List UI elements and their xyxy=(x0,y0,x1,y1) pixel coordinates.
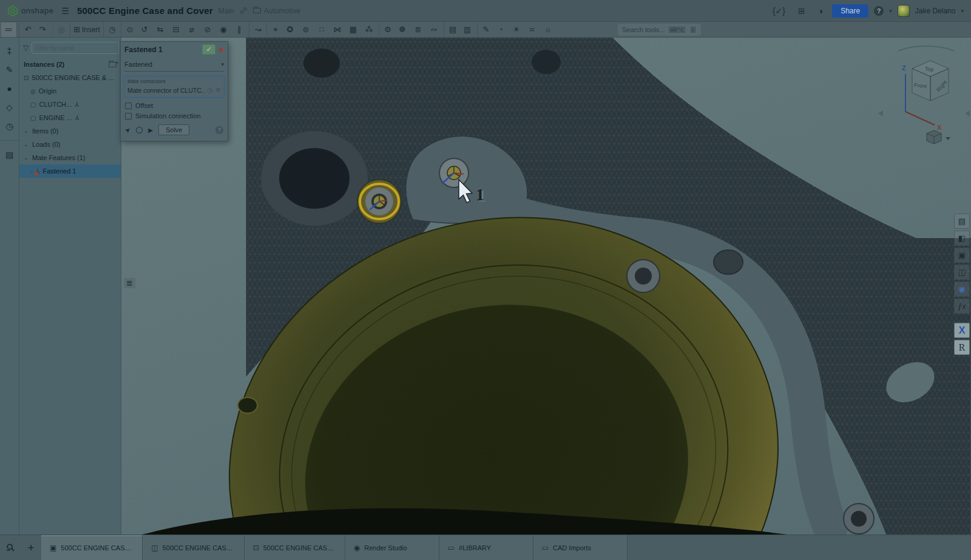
snap-mode-icon[interactable]: ↝ xyxy=(249,22,265,37)
update-icon[interactable]: ◎ xyxy=(52,22,68,37)
app-x-icon[interactable]: X xyxy=(954,323,970,338)
tree-section-loads[interactable]: ⌄ Loads (0) xyxy=(19,138,121,151)
section-view-icon[interactable]: ◫ xyxy=(954,265,970,280)
new-tab-button[interactable]: + xyxy=(21,535,41,560)
filter-icon[interactable]: ▽ xyxy=(23,44,29,52)
custom-features-icon[interactable]: ✎ xyxy=(6,65,13,75)
display-options-icon[interactable]: ◧ xyxy=(954,231,970,246)
history-icon[interactable]: ◷ xyxy=(207,86,213,94)
solve-button[interactable]: Solve xyxy=(158,124,190,135)
frame-icon[interactable]: ▥ xyxy=(459,22,475,37)
view-cube[interactable]: Top Front Right Z X xyxy=(878,46,970,144)
tree-item-engine[interactable]: ▢ ENGINE ... ⅄ xyxy=(19,111,121,124)
tree-section-mate-features[interactable]: ⌄ Mate Features (1) xyxy=(19,151,121,164)
project-breadcrumb[interactable]: Automotive xyxy=(253,7,300,15)
chevron-right-icon[interactable]: › xyxy=(30,167,33,175)
animate-icon[interactable]: ▶ xyxy=(148,127,153,133)
tree-item-clutch[interactable]: ▢ CLUTCH... ⅄ xyxy=(19,98,121,111)
relation-icon[interactable]: ☸ xyxy=(394,22,410,37)
comments-icon[interactable]: ● xyxy=(7,84,12,93)
render-quality-icon[interactable]: ◉ xyxy=(954,282,970,297)
search-tools[interactable]: Search tools... alt/⌥ c xyxy=(618,24,701,36)
mate-ball-icon[interactable]: ◉ xyxy=(215,22,231,37)
appearance-display-icon[interactable]: ☼ xyxy=(540,22,556,37)
mate-planar-icon[interactable]: ⊟ xyxy=(168,22,184,37)
mate-type-select[interactable]: Fastened ▾ xyxy=(124,57,224,72)
viewport-3d[interactable]: 1 1 Top Front Right Z X xyxy=(121,38,971,535)
featurescript-icon[interactable]: {✓} xyxy=(773,6,785,16)
named-positions-icon[interactable]: ✪ xyxy=(282,22,298,37)
redo-icon[interactable]: ↷ xyxy=(35,22,50,37)
mate-connector-display-icon[interactable]: ☀ xyxy=(509,22,524,37)
configurations-icon[interactable]: ‡ xyxy=(7,46,12,56)
assembly-features-icon[interactable]: ≔ xyxy=(1,22,17,37)
manage-tabs-icon[interactable] xyxy=(0,535,21,560)
mate-cylindrical-icon[interactable]: ⌀ xyxy=(184,22,200,37)
new-folder-icon[interactable] xyxy=(109,62,117,67)
app-r-icon[interactable]: R xyxy=(954,340,970,355)
mate-connector-marker-selected[interactable] xyxy=(357,180,401,223)
performance-icon[interactable]: ◷ xyxy=(5,121,13,131)
document-menu-icon[interactable]: ☰ xyxy=(61,6,69,16)
sketch-display-icon[interactable]: ✎ xyxy=(477,22,493,37)
tab-drawing[interactable]: ⊡ 500CC ENGINE CASE ... xyxy=(245,535,345,560)
edit-in-context-icon[interactable]: ⌖ xyxy=(266,22,282,37)
bom-panel-icon[interactable]: ▤ xyxy=(5,150,13,160)
view-options-button[interactable] xyxy=(927,130,950,144)
tab-render-studio[interactable]: ◉ Render Studio xyxy=(345,535,439,560)
exploded-view-icon[interactable]: ⁂ xyxy=(361,22,377,37)
tab-assembly[interactable]: ▣ 500CC ENGINE CASE ... xyxy=(41,535,143,560)
avatar[interactable] xyxy=(898,5,910,17)
tab-part-studio[interactable]: ◫ 500CC ENGINE CASE ... xyxy=(143,535,244,560)
screw-relation-icon[interactable]: ∾ xyxy=(426,22,442,37)
mate-fastened-icon[interactable]: ⊙ xyxy=(121,22,137,37)
help-icon[interactable]: ? xyxy=(874,6,884,16)
mate-connector-entry[interactable]: Mate connector of CLUTC... ◷ ✕ xyxy=(127,86,221,94)
tab-cad-imports[interactable]: ▭ CAD Imports xyxy=(533,535,628,560)
insert-icon[interactable]: ⊞Insert xyxy=(70,22,101,37)
onshape-logo[interactable]: onshape xyxy=(7,5,53,16)
mate-pin-slot-icon[interactable]: ⊘ xyxy=(200,22,215,37)
offset-checkbox[interactable] xyxy=(125,103,132,109)
hidden-instances-icon[interactable]: ◔ xyxy=(493,22,509,37)
versions-help-icon[interactable]: ◇ xyxy=(6,103,13,112)
reorient-secondary-axis-icon[interactable] xyxy=(136,127,143,133)
mate-parallel-icon[interactable]: ∥ xyxy=(231,22,247,37)
tab-library[interactable]: ▭ #LIBRARY xyxy=(439,535,533,560)
drawing-table-icon[interactable]: ▤ xyxy=(444,22,459,37)
pattern-icon[interactable]: ∷ xyxy=(314,22,330,37)
instances-panel-icon[interactable]: ▣ xyxy=(954,248,970,263)
mate-connector-marker-hover[interactable] xyxy=(439,158,469,187)
variables-icon[interactable]: ƒx xyxy=(954,299,970,314)
tree-item-origin[interactable]: ◎ Origin xyxy=(19,84,121,98)
undo-icon[interactable]: ↶ xyxy=(19,22,35,37)
replace-instance-icon[interactable]: ⊜ xyxy=(298,22,314,37)
mirror-icon[interactable]: ⋈ xyxy=(330,22,345,37)
rack-relation-icon[interactable]: ≣ xyxy=(410,22,426,37)
tree-section-items[interactable]: ⌄ Items (0) xyxy=(19,124,121,138)
remove-icon[interactable]: ✕ xyxy=(215,86,221,94)
offset-option[interactable]: Offset xyxy=(121,99,228,109)
accept-button[interactable]: ✓ xyxy=(202,44,215,55)
section-display-icon[interactable]: ≍ xyxy=(524,22,540,37)
user-caret-icon[interactable]: ▾ xyxy=(961,8,964,14)
mate-revolute-icon[interactable]: ↺ xyxy=(137,22,152,37)
dialog-help-icon[interactable]: ? xyxy=(215,126,223,134)
gear-relation-icon[interactable]: ⚙ xyxy=(379,22,394,37)
revision-clock-icon[interactable]: ◷ xyxy=(103,22,119,37)
tree-item-fastened[interactable]: › ⅄ Fastened 1 xyxy=(19,164,121,178)
app-store-icon[interactable]: ⊞ xyxy=(798,6,805,16)
share-button[interactable]: Share xyxy=(832,4,868,18)
rotate-arrow[interactable] xyxy=(878,110,970,116)
panel-collapse-toggle[interactable]: ≣ xyxy=(124,278,135,288)
help-caret-icon[interactable]: ▾ xyxy=(889,8,892,14)
workspace-name[interactable]: Main xyxy=(218,7,234,15)
rotate-arrow[interactable] xyxy=(898,46,954,51)
bom-table-icon[interactable]: ▦ xyxy=(345,22,361,37)
feature-list-panel-icon[interactable]: ▤ xyxy=(954,214,970,229)
simulation-checkbox[interactable] xyxy=(125,113,132,120)
mate-slider-icon[interactable]: ⇆ xyxy=(152,22,168,37)
flip-primary-axis-icon[interactable]: ➤ xyxy=(123,125,133,135)
community-icon[interactable]: ◑ xyxy=(818,6,823,16)
simulation-option[interactable]: Simulation connection xyxy=(121,109,228,120)
